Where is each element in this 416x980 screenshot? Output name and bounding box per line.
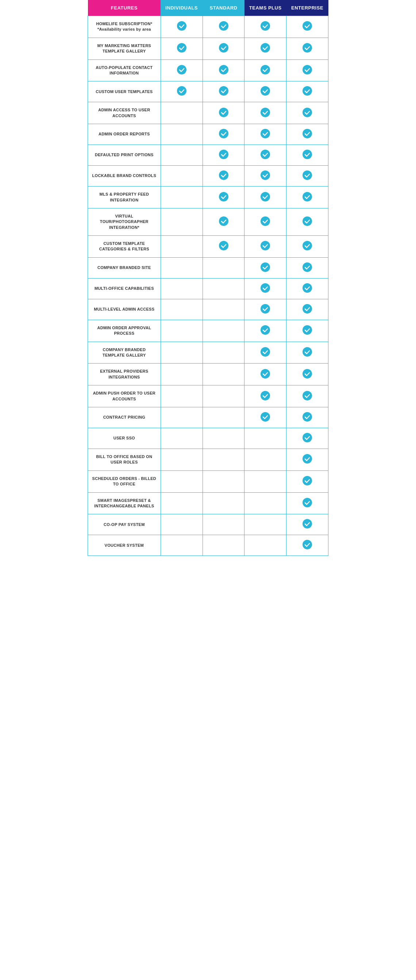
- check-teams_plus: [245, 186, 286, 208]
- check-icon: [260, 240, 270, 251]
- check-standard: [203, 257, 245, 278]
- table-row: CO-OP PAY SYSTEM: [88, 514, 329, 535]
- table-row: EXTERNAL PROVIDERS INTEGRATIONS: [88, 364, 329, 385]
- table-row: ADMIN ORDER APPROVAL PROCESS: [88, 320, 329, 342]
- check-individuals: [160, 364, 203, 385]
- svg-point-14: [260, 86, 270, 95]
- check-standard: [203, 320, 245, 342]
- check-icon: [260, 65, 270, 75]
- svg-point-4: [177, 43, 186, 52]
- check-individuals: [160, 535, 203, 556]
- table-body: HOMELIFE SUBSCRIPTION* *Availability var…: [88, 16, 329, 556]
- check-icon: [260, 149, 270, 159]
- check-icon: [219, 43, 229, 53]
- feature-label: BILL TO OFFICE BASED ON USER ROLES: [88, 449, 161, 471]
- check-icon: [219, 65, 229, 75]
- check-teams_plus: [245, 102, 286, 124]
- check-icon: [260, 391, 270, 401]
- check-standard: [203, 385, 245, 407]
- table-row: CONTRACT PRICING: [88, 407, 329, 428]
- check-standard: [203, 514, 245, 535]
- svg-point-39: [260, 283, 270, 293]
- svg-point-2: [260, 21, 270, 31]
- check-icon: [302, 539, 312, 550]
- table-row: CUSTOM USER TEMPLATES: [88, 81, 329, 102]
- check-enterprise: [286, 166, 329, 186]
- check-icon: [302, 43, 312, 53]
- check-icon: [260, 43, 270, 53]
- check-standard: [203, 124, 245, 145]
- check-icon: [219, 129, 229, 139]
- check-icon: [260, 347, 270, 357]
- check-icon: [302, 476, 312, 486]
- check-individuals: [160, 145, 203, 166]
- check-teams_plus: [245, 278, 286, 299]
- feature-label: COMPANY BRANDED SITE: [88, 257, 161, 278]
- check-standard: [203, 236, 245, 258]
- check-standard: [203, 535, 245, 556]
- check-icon: [302, 498, 312, 508]
- svg-point-0: [177, 21, 186, 31]
- check-icon: [176, 43, 187, 53]
- svg-point-15: [303, 86, 312, 95]
- check-standard: [203, 471, 245, 492]
- table-row: VOUCHER SYSTEM: [88, 535, 329, 556]
- check-icon: [302, 369, 312, 379]
- feature-label: ADMIN PUSH ORDER TO USER ACCOUNTS: [88, 385, 161, 407]
- check-standard: [203, 208, 245, 235]
- check-teams_plus: [245, 208, 286, 235]
- feature-label: HOMELIFE SUBSCRIPTION* *Availability var…: [88, 16, 161, 38]
- check-teams_plus: [245, 16, 286, 38]
- check-icon: [302, 65, 312, 75]
- check-icon: [219, 170, 229, 180]
- feature-label: ADMIN ORDER REPORTS: [88, 124, 161, 145]
- svg-point-58: [303, 540, 312, 549]
- svg-point-51: [260, 412, 270, 422]
- svg-point-43: [260, 325, 270, 335]
- check-enterprise: [286, 38, 329, 59]
- check-icon: [219, 240, 229, 251]
- feature-label: USER SSO: [88, 428, 161, 449]
- svg-point-31: [219, 216, 229, 226]
- check-icon: [302, 21, 312, 31]
- header-enterprise: ENTERPRISE: [286, 0, 329, 16]
- svg-point-8: [177, 65, 186, 75]
- check-standard: [203, 186, 245, 208]
- feature-label: VOUCHER SYSTEM: [88, 535, 161, 556]
- table-row: ADMIN ACCESS TO USER ACCOUNTS: [88, 102, 329, 124]
- svg-point-10: [260, 65, 270, 75]
- check-enterprise: [286, 236, 329, 258]
- svg-point-16: [219, 108, 229, 117]
- check-enterprise: [286, 257, 329, 278]
- svg-point-35: [260, 241, 270, 250]
- check-enterprise: [286, 186, 329, 208]
- check-icon: [302, 170, 312, 180]
- svg-point-40: [303, 283, 312, 293]
- check-teams_plus: [245, 407, 286, 428]
- check-icon: [302, 216, 312, 226]
- check-individuals: [160, 299, 203, 320]
- feature-label: CUSTOM USER TEMPLATES: [88, 81, 161, 102]
- svg-point-30: [303, 192, 312, 202]
- table-row: VIRTUAL TOUR/PHOTOGRAPHER INTEGRATION*: [88, 208, 329, 235]
- table-row: MY MARKETING MATTERS TEMPLATE GALLERY: [88, 38, 329, 59]
- header-row: FEATURES INDIVIDUALS STANDARD TEAMS PLUS…: [88, 0, 329, 16]
- table-row: HOMELIFE SUBSCRIPTION* *Availability var…: [88, 16, 329, 38]
- check-enterprise: [286, 320, 329, 342]
- check-teams_plus: [245, 81, 286, 102]
- table-row: DEFAULTED PRINT OPTIONS: [88, 145, 329, 166]
- check-teams_plus: [245, 320, 286, 342]
- check-teams_plus: [245, 38, 286, 59]
- check-icon: [219, 216, 229, 226]
- check-individuals: [160, 320, 203, 342]
- table-row: COMPANY BRANDED SITE: [88, 257, 329, 278]
- check-icon: [219, 107, 229, 118]
- table-row: SMART IMAGESPRESET & INTERCHANGEABLE PAN…: [88, 492, 329, 514]
- svg-point-1: [219, 21, 229, 31]
- check-enterprise: [286, 208, 329, 235]
- svg-point-21: [303, 129, 312, 138]
- check-icon: [260, 369, 270, 379]
- check-icon: [260, 86, 270, 96]
- check-standard: [203, 81, 245, 102]
- svg-point-32: [260, 216, 270, 226]
